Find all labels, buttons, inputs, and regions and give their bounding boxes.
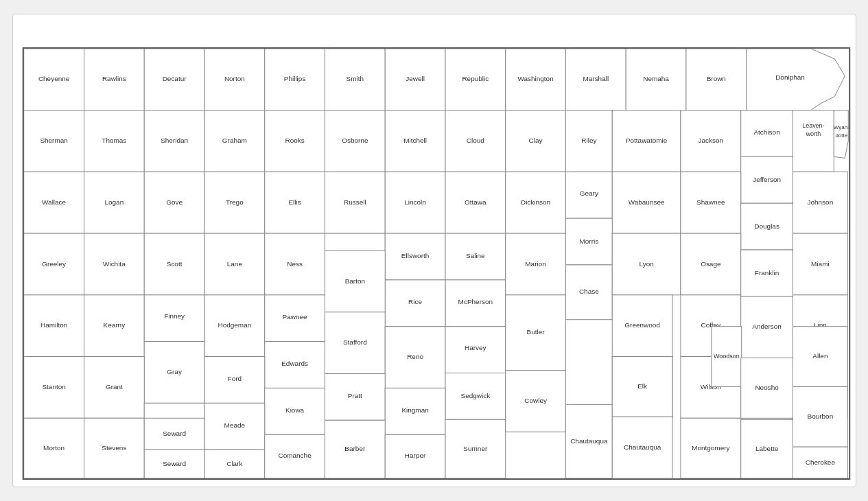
svg-rect-79 [325,373,385,420]
svg-rect-104 [264,434,325,478]
svg-rect-32 [204,172,264,233]
svg-rect-8 [505,49,565,110]
svg-rect-16 [204,110,264,172]
svg-rect-21 [505,110,565,172]
svg-rect-107 [445,419,505,478]
svg-rect-30 [84,172,144,233]
svg-rect-59 [740,250,793,296]
svg-rect-10 [626,49,686,110]
svg-rect-58 [680,233,740,295]
svg-rect-97 [711,327,741,387]
svg-rect-18 [325,110,385,172]
svg-rect-57 [612,233,681,295]
svg-rect-1 [84,49,144,110]
svg-rect-3 [204,49,264,110]
svg-rect-47 [204,233,264,295]
svg-rect-46 [144,233,204,295]
svg-rect-24 [680,110,740,172]
svg-rect-20 [445,110,505,172]
svg-rect-65 [264,295,325,342]
svg-rect-53 [385,280,445,327]
svg-rect-70 [445,373,505,419]
svg-rect-25 [740,110,793,157]
svg-rect-77 [204,357,264,404]
svg-rect-37 [505,172,565,233]
svg-rect-41 [740,203,793,250]
svg-rect-112 [740,419,793,478]
svg-rect-36 [445,172,505,233]
svg-rect-76 [144,342,204,404]
svg-rect-33 [264,172,325,233]
svg-rect-51 [445,233,505,280]
svg-rect-114 [740,358,793,419]
svg-rect-62 [84,295,144,357]
svg-rect-42 [793,172,847,233]
svg-rect-5 [325,49,385,110]
svg-rect-98 [23,418,84,478]
svg-rect-54 [325,250,385,312]
svg-rect-55 [505,233,565,295]
svg-rect-27 [793,110,834,172]
svg-rect-29 [23,172,84,233]
svg-rect-52 [445,280,505,327]
svg-rect-39 [612,172,681,233]
svg-rect-103 [204,450,264,478]
svg-rect-13 [23,110,84,172]
svg-rect-6 [385,49,445,110]
svg-rect-23 [612,110,681,172]
svg-rect-44 [23,233,84,295]
svg-rect-81 [23,357,84,419]
svg-rect-22 [565,110,612,172]
svg-rect-35 [385,172,445,233]
svg-rect-96 [793,386,847,447]
svg-rect-38 [565,172,612,218]
svg-rect-45 [84,233,144,295]
svg-rect-9 [565,49,626,110]
svg-rect-108 [505,370,565,432]
svg-rect-43 [565,218,612,265]
svg-rect-66 [264,342,325,388]
svg-rect-19 [385,110,445,172]
svg-rect-72 [612,295,672,357]
svg-rect-106 [385,434,445,478]
svg-rect-117 [144,418,204,450]
svg-rect-105 [325,420,385,478]
svg-rect-26 [740,156,793,203]
svg-rect-69 [445,327,505,373]
svg-rect-100 [144,450,204,478]
svg-rect-82 [84,357,144,419]
svg-rect-0 [23,49,84,110]
svg-rect-40 [680,172,740,233]
svg-rect-17 [264,110,325,172]
svg-rect-34 [325,172,385,233]
svg-rect-119 [612,417,672,478]
svg-rect-61 [23,295,84,357]
svg-rect-67 [325,312,385,374]
kansas-map: Cheyenne Rawlins Decatur Norton Phillips… [12,14,856,487]
svg-rect-50 [385,233,445,280]
svg-rect-71 [505,295,565,371]
svg-rect-15 [144,110,204,172]
svg-marker-12 [746,49,845,110]
svg-rect-4 [264,49,325,110]
svg-rect-102 [204,403,264,450]
svg-rect-118 [612,357,672,417]
svg-rect-48 [264,233,325,295]
svg-rect-110 [565,404,612,478]
svg-rect-31 [144,172,204,233]
svg-rect-80 [385,388,445,434]
svg-rect-63 [144,295,204,342]
svg-rect-14 [84,110,144,172]
svg-rect-99 [84,418,144,478]
svg-rect-2 [144,49,204,110]
svg-rect-113 [793,447,847,478]
svg-rect-74 [740,296,793,358]
svg-rect-60 [793,233,847,295]
svg-rect-95 [793,327,847,387]
svg-marker-28 [834,110,848,159]
svg-rect-111 [680,418,740,478]
svg-rect-64 [204,295,264,357]
svg-rect-7 [445,49,505,110]
svg-rect-78 [264,388,325,434]
svg-rect-56 [565,265,612,320]
